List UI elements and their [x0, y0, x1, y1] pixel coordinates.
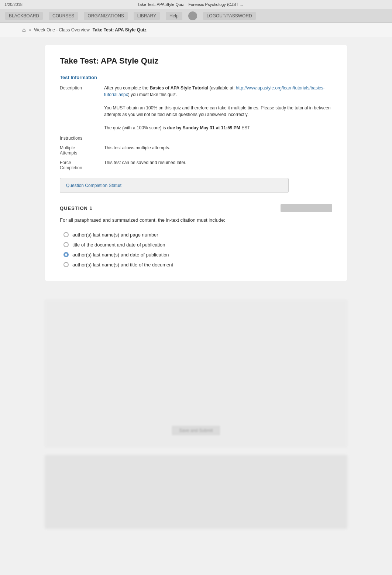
- nav-organizations[interactable]: ORGANIZATIONS: [84, 12, 127, 20]
- question-1-number: QUESTION 1: [60, 205, 93, 211]
- nav-bar: BLACKBOARD COURSES ORGANIZATIONS LIBRARY…: [0, 9, 392, 23]
- user-avatar: [188, 11, 197, 20]
- nav-blackboard[interactable]: BLACKBOARD: [5, 12, 43, 20]
- breadcrumb-sep-1: »: [29, 27, 31, 33]
- nav-help[interactable]: Help: [166, 12, 182, 20]
- answer-choice-d[interactable]: author(s) last name(s) and title of the …: [63, 260, 332, 270]
- instructions-row: Instructions: [60, 135, 332, 141]
- completion-status-box: Question Completion Status:: [60, 178, 289, 193]
- blurred-bottom-bar: [45, 455, 347, 529]
- multiple-attempts-label: MultipleAttempts: [60, 144, 104, 156]
- desc-part1: After you complete the: [104, 85, 149, 91]
- answer-choice-c[interactable]: author(s) last name(s) and date of publi…: [63, 250, 332, 260]
- test-info-heading: Test Information: [60, 75, 332, 80]
- description-value: After you complete the Basics of APA Sty…: [104, 85, 332, 131]
- browser-bar: 1/20/2018 Take Test: APA Style Quiz – Fo…: [0, 0, 392, 9]
- multiple-attempts-row: MultipleAttempts This test allows multip…: [60, 144, 332, 156]
- desc-bold1: Basics of APA Style Tutorial: [149, 85, 208, 91]
- desc-line2: You MUST obtain an 100% on this quiz and…: [104, 105, 331, 117]
- desc-line3-part2: EST: [240, 125, 250, 130]
- test-info-section: Test Information Description After you c…: [60, 75, 332, 170]
- description-row: Description After you complete the Basic…: [60, 85, 332, 131]
- radio-b[interactable]: [63, 242, 69, 247]
- blurred-content-section: Save and Submit: [45, 300, 347, 448]
- browser-date: 1/20/2018: [4, 2, 23, 7]
- answer-text-c: author(s) last name(s) and date of publi…: [72, 252, 169, 258]
- desc-part2: (available at:: [208, 85, 236, 91]
- breadcrumb-parent-link[interactable]: Week One - Class Overview: [34, 27, 90, 33]
- save-area: Save and Submit: [167, 421, 224, 440]
- nav-courses[interactable]: COURSES: [49, 12, 78, 20]
- answer-choices-list: author(s) last name(s) and page number t…: [60, 230, 332, 270]
- quiz-title: Take Test: APA Style Quiz: [60, 56, 332, 66]
- instructions-label: Instructions: [60, 135, 104, 141]
- desc-line3-part1: The quiz (with a 100% score) is: [104, 125, 167, 130]
- question-1-header: QUESTION 1: [60, 204, 332, 212]
- answer-text-b: title of the document and date of public…: [72, 242, 165, 248]
- home-icon[interactable]: ⌂: [22, 27, 26, 33]
- main-content: Take Test: APA Style Quiz Test Informati…: [0, 37, 392, 536]
- multiple-attempts-value: This test allows multiple attempts.: [104, 144, 332, 151]
- breadcrumb-current: Take Test: APA Style Quiz: [93, 27, 147, 33]
- answer-choice-b[interactable]: title of the document and date of public…: [63, 240, 332, 250]
- force-completion-row: ForceCompletion This test can be saved a…: [60, 159, 332, 170]
- question-1-section: QUESTION 1 For all paraphrased and summa…: [60, 204, 332, 270]
- question-1-points: [281, 204, 332, 212]
- radio-a[interactable]: [63, 232, 69, 237]
- quiz-container: Take Test: APA Style Quiz Test Informati…: [45, 45, 347, 281]
- browser-title: Take Test: APA Style Quiz – Forensic Psy…: [23, 2, 358, 7]
- answer-text-d: author(s) last name(s) and title of the …: [72, 262, 173, 268]
- answer-choice-a[interactable]: author(s) last name(s) and page number: [63, 230, 332, 240]
- answer-text-a: author(s) last name(s) and page number: [72, 232, 158, 238]
- desc-part3: ) you must take this quiz.: [128, 92, 177, 97]
- question-1-text: For all paraphrased and summarized conte…: [60, 217, 332, 224]
- desc-line3-bold: due by Sunday May 31 at 11:59 PM: [167, 125, 240, 130]
- force-completion-value: This test can be saved and resumed later…: [104, 159, 332, 166]
- radio-d[interactable]: [63, 262, 69, 267]
- nav-logout[interactable]: LOGOUT/PASSWORD: [203, 12, 256, 20]
- nav-library[interactable]: LIBRARY: [134, 12, 160, 20]
- completion-status-label: Question Completion Status:: [66, 183, 123, 188]
- force-completion-label: ForceCompletion: [60, 159, 104, 170]
- save-button[interactable]: Save and Submit: [172, 426, 220, 435]
- radio-c[interactable]: [63, 252, 69, 257]
- description-label: Description: [60, 85, 104, 91]
- breadcrumb: ⌂ » Week One - Class Overview Take Test:…: [0, 23, 392, 37]
